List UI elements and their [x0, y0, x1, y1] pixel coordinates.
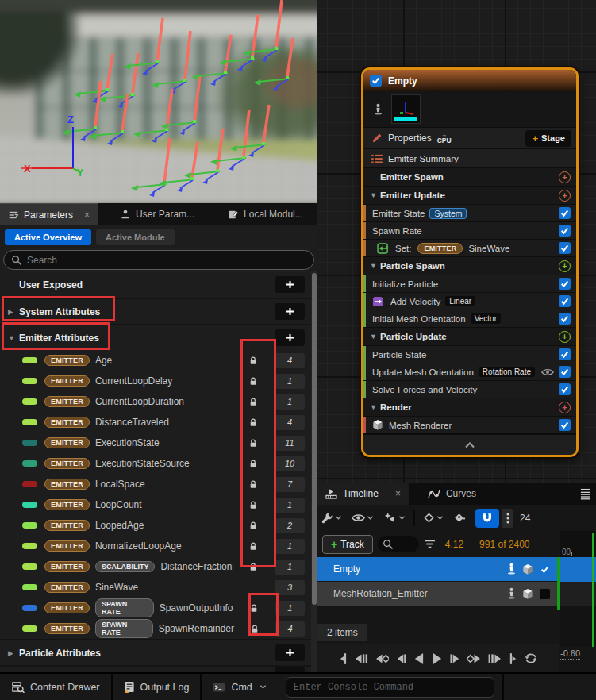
add-module-icon[interactable]: +: [559, 190, 571, 202]
chevron-down-icon[interactable]: ▼: [370, 333, 380, 340]
node-section-particle-spawn[interactable]: ▼ Particle Spawn +: [363, 256, 576, 275]
add-parameter-button[interactable]: [275, 276, 305, 293]
add-parameter-button[interactable]: [275, 303, 305, 320]
filter-icon[interactable]: [424, 539, 436, 549]
add-module-icon[interactable]: +: [559, 402, 571, 413]
node-section-render[interactable]: ▼ Render +: [363, 398, 576, 416]
preview-viewport[interactable]: X Z Y: [0, 0, 317, 203]
section-emitter-attributes[interactable]: ▼Emitter Attributes: [0, 324, 311, 350]
add-module-icon[interactable]: +: [559, 331, 571, 343]
tab-timeline[interactable]: Timeline ×: [317, 483, 409, 505]
playhead[interactable]: [592, 533, 594, 647]
parameter-row[interactable]: EMITTER LoopCount 1: [0, 494, 311, 515]
add-parameter-button[interactable]: [275, 329, 305, 346]
cube-icon[interactable]: [522, 563, 533, 575]
chevron-right-icon[interactable]: ▶: [8, 308, 19, 316]
module-enabled-checkbox[interactable]: [559, 348, 571, 360]
tab-curves[interactable]: Curves: [420, 483, 484, 505]
tab-parameters[interactable]: Parameters ×: [0, 203, 98, 225]
snap-magnet-button[interactable]: [475, 509, 499, 528]
tab-local-modules[interactable]: Local Modul...: [220, 203, 311, 225]
module-row-emitter-state[interactable]: Emitter State System: [363, 204, 576, 221]
emitter-enabled-checkbox[interactable]: [370, 75, 382, 87]
timeline-track-meshrotation_emitter[interactable]: MeshRotation_Emitter: [317, 582, 557, 606]
module-enabled-checkbox[interactable]: [559, 225, 571, 237]
properties-row[interactable]: Properties →CPU + Stage: [363, 127, 576, 148]
keyframe-options-dropdown[interactable]: [423, 512, 444, 524]
track-search[interactable]: [378, 536, 419, 552]
parameter-row[interactable]: EMITTER SineWave 3: [0, 577, 311, 598]
chevron-right-icon[interactable]: ▶: [8, 649, 19, 657]
chevron-down-icon[interactable]: ▼: [370, 262, 380, 270]
emitter-node-empty[interactable]: Empty Properties →CPU + Stage: [361, 67, 579, 457]
add-module-icon[interactable]: +: [559, 171, 571, 183]
node-section-emitter-spawn[interactable]: Emitter Spawn +: [363, 167, 576, 186]
transport-step-back-button[interactable]: [396, 653, 406, 664]
transport-prev-key-button[interactable]: [375, 653, 389, 664]
add-stage-button[interactable]: + Stage: [525, 130, 571, 147]
module-row-set-sinewave[interactable]: Set: EMITTER SineWave: [363, 239, 576, 256]
track-lane-empty[interactable]: [560, 557, 596, 582]
transport-next-frame-button[interactable]: [488, 653, 502, 664]
chevron-down-icon[interactable]: ▼: [370, 403, 380, 411]
transport-loop-button[interactable]: [524, 652, 538, 664]
parameter-row[interactable]: EMITTER LoopedAge 2: [0, 515, 311, 536]
module-row-initial-mesh-orientation[interactable]: Initial Mesh Orientation Vector: [363, 310, 576, 327]
module-enabled-checkbox[interactable]: [559, 278, 571, 290]
track-enabled-checkbox[interactable]: [539, 563, 551, 575]
transport-step-forward-button[interactable]: [450, 653, 460, 664]
parameter-row[interactable]: EMITTER DistanceTraveled 4: [0, 412, 311, 433]
content-drawer-button[interactable]: Content Drawer: [0, 674, 111, 700]
parameters-scrollbar[interactable]: [311, 271, 317, 672]
person-icon[interactable]: [506, 587, 517, 600]
parameter-row[interactable]: EMITTER Age 4: [0, 350, 311, 371]
parameter-row[interactable]: EMITTER LocalSpace 7: [0, 474, 311, 494]
auto-key-icon[interactable]: [453, 512, 466, 524]
transport-next-key-button[interactable]: [467, 653, 481, 664]
parameter-row[interactable]: EMITTER ExecutionState 11: [0, 433, 311, 453]
active-overview-button[interactable]: Active Overview: [5, 229, 91, 245]
module-row-particle-state[interactable]: Particle State: [363, 345, 576, 363]
module-row-initialize-particle[interactable]: Initialize Particle: [363, 275, 576, 292]
transport-jump-start-button[interactable]: [340, 652, 348, 665]
fps-label[interactable]: 24: [520, 513, 530, 524]
module-enabled-checkbox[interactable]: [559, 366, 571, 378]
chevron-down-icon[interactable]: ▼: [8, 334, 19, 342]
eye-icon[interactable]: [541, 367, 554, 377]
module-enabled-checkbox[interactable]: [559, 419, 571, 431]
node-collapse-bar[interactable]: [363, 433, 576, 455]
console-command-input[interactable]: [294, 682, 486, 693]
timeline-track-empty[interactable]: Empty: [317, 557, 557, 581]
add-module-icon[interactable]: +: [559, 260, 571, 272]
system-overview-graph[interactable]: Empty Properties →CPU + Stage: [317, 0, 596, 483]
emitter-node-header[interactable]: Empty: [363, 70, 576, 91]
view-options-dropdown[interactable]: [352, 513, 374, 523]
transport-jump-end-button[interactable]: [509, 652, 517, 665]
transport-prev-frame-button[interactable]: [355, 653, 368, 664]
active-module-button[interactable]: Active Module: [96, 229, 175, 245]
track-enabled-checkbox[interactable]: [539, 588, 551, 600]
transport-reverse-button[interactable]: [413, 652, 425, 665]
module-enabled-checkbox[interactable]: [559, 383, 571, 395]
parameter-row[interactable]: EMITTER CurrentLoopDelay 1: [0, 371, 311, 391]
module-enabled-checkbox[interactable]: [559, 295, 571, 307]
cube-icon[interactable]: [522, 588, 533, 600]
emitter-thumbnail[interactable]: [391, 94, 421, 124]
parameter-row[interactable]: EMITTER SPAWN RATE SpawnRemainder 4: [0, 618, 311, 639]
section-system-attributes[interactable]: ▶System Attributes: [0, 298, 311, 324]
module-enabled-checkbox[interactable]: [559, 207, 571, 219]
node-section-emitter-update[interactable]: ▼ Emitter Update +: [363, 186, 576, 204]
module-enabled-checkbox[interactable]: [559, 313, 571, 325]
section-user-exposed[interactable]: User Exposed: [0, 271, 311, 298]
chevron-down-icon[interactable]: ▼: [370, 191, 380, 199]
search-input[interactable]: [27, 255, 306, 266]
person-icon[interactable]: [506, 563, 517, 575]
parameter-row[interactable]: EMITTER CurrentLoopDuration 1: [0, 391, 311, 412]
tab-user-parameters[interactable]: User Param...: [112, 203, 202, 225]
node-section-particle-update[interactable]: ▼ Particle Update +: [363, 327, 576, 345]
parameter-row[interactable]: EMITTER ExecutionStateSource 10: [0, 453, 311, 474]
close-icon[interactable]: ×: [395, 488, 401, 499]
sequencer-icon[interactable]: [579, 488, 591, 500]
parameter-row[interactable]: EMITTER SPAWN RATE SpawnOutputInfo 1: [0, 598, 311, 618]
add-parameter-button[interactable]: [275, 644, 305, 661]
